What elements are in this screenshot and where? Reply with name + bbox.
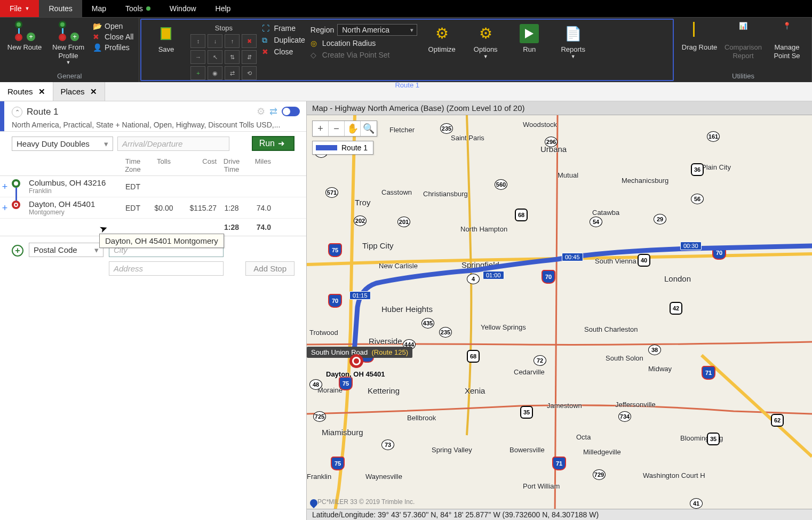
close-button[interactable]: ✖Close	[262, 47, 305, 56]
lookup-mode-select[interactable]: Postal Code	[29, 243, 104, 257]
zoom-out-button[interactable]: −	[329, 121, 345, 136]
options-button[interactable]: Options▼	[466, 22, 505, 59]
route-title: Route 1	[27, 107, 59, 117]
arrival-departure-input[interactable]: Arrival/Departure	[117, 137, 229, 151]
map-city-label: Yellow Springs	[481, 323, 526, 331]
region-label: Region	[311, 26, 334, 34]
stop-tool-5[interactable]: →	[190, 50, 205, 64]
panel-run-button[interactable]: Run	[252, 136, 294, 151]
map-attribution: PC*MILER 33 © 2019 Trimble Inc.	[317, 498, 415, 506]
close-icon[interactable]: ✕	[90, 87, 97, 97]
open-button[interactable]: 📂Open	[93, 22, 133, 30]
map-panel: Map - Highway North America (Base) (Zoom…	[307, 101, 812, 520]
map-city-label: South Solon	[606, 354, 643, 362]
menu-tools[interactable]: Tools	[116, 0, 160, 17]
shield-state: 201	[397, 217, 410, 227]
location-radius-button[interactable]: ◎Location Radius	[311, 39, 417, 47]
new-from-profile-button[interactable]: + New From Profile▼	[49, 20, 87, 66]
stop-row[interactable]: + Dayton, OH 45401Montgomery EDT $0.00 $…	[0, 197, 306, 219]
optimize-button[interactable]: Optimize	[423, 22, 461, 54]
map-city-label: Franklin	[307, 473, 331, 481]
insert-stop-button[interactable]: +	[0, 203, 10, 214]
shield-us62: 62	[771, 414, 784, 427]
stop-tool-3[interactable]: ↑	[225, 34, 240, 48]
map-city-label: Plain City	[702, 163, 731, 171]
tab-places[interactable]: Places✕	[53, 82, 105, 101]
shield-state: 54	[590, 217, 602, 227]
zoom-in-button[interactable]: +	[313, 121, 329, 136]
map-city-label: Washington Court H	[643, 471, 705, 479]
insert-stop-button[interactable]: +	[0, 181, 10, 193]
gear-icon	[432, 24, 451, 43]
stop-tool-9[interactable]: +	[190, 66, 205, 80]
stop-tool-4[interactable]: ✖	[242, 34, 257, 48]
stop-tool-12[interactable]: ⟲	[242, 66, 257, 80]
address-input[interactable]: Address	[109, 261, 224, 276]
close-all-button[interactable]: ✖Close All	[93, 33, 133, 41]
shield-us35: 35	[707, 433, 720, 445]
add-stop-button[interactable]: Add Stop	[245, 261, 294, 276]
menu-window[interactable]: Window	[160, 0, 206, 17]
shield-state: 41	[690, 498, 703, 509]
collapse-button[interactable]: ⌃	[12, 107, 22, 117]
close-all-icon: ✖	[93, 33, 101, 41]
menu-routes[interactable]: Routes	[39, 0, 82, 17]
tab-routes[interactable]: Routes✕	[0, 82, 53, 101]
vehicle-select[interactable]: Heavy Duty Doubles	[12, 137, 113, 151]
run-button[interactable]: Run	[510, 22, 548, 54]
radius-icon: ◎	[311, 39, 319, 47]
frame-icon: ⛶	[262, 24, 270, 33]
save-button[interactable]: Save	[147, 22, 185, 54]
map-city-label: Casstown	[381, 188, 412, 196]
shield-state: 202	[354, 215, 367, 226]
add-stop-plus-button[interactable]: +	[12, 245, 23, 257]
stop-tool-1[interactable]: ↕	[190, 34, 205, 48]
stop-row[interactable]: + Columbus, OH 43216Franklin EDT	[0, 176, 306, 197]
reports-button[interactable]: Reports▼	[554, 22, 592, 59]
map-city-label: Woodstock	[523, 121, 557, 129]
pan-button[interactable]: ✋	[345, 121, 361, 136]
manage-point-sets-button[interactable]: 📍Manage Point Se	[768, 20, 806, 60]
stop-tool-11[interactable]: ⇄	[225, 66, 240, 80]
new-route-button[interactable]: + New Route	[5, 20, 44, 52]
map-city-label: Midway	[648, 365, 672, 373]
menu-help[interactable]: Help	[206, 0, 241, 17]
ribbon-group-route1: Save Stops ↕↓↑✖ →↖⇅⇵ +◉⇄⟲ ⛶Frame ⧉Duplic…	[140, 19, 674, 81]
map-legend[interactable]: Route 1	[312, 141, 373, 155]
duplicate-button[interactable]: ⧉Duplicate	[262, 36, 305, 44]
run-icon	[520, 24, 539, 43]
stop-tool-6[interactable]: ↖	[208, 50, 222, 64]
profiles-button[interactable]: 👤Profiles	[93, 43, 133, 52]
time-badge: 01:00	[483, 271, 504, 279]
map-canvas[interactable]: + − ✋ 🔍 Route 1 00:30 00:45 01:00 01:15 …	[307, 115, 812, 509]
menu-file[interactable]: File▼	[0, 0, 39, 17]
shield-us40: 40	[638, 254, 650, 267]
profiles-icon: 👤	[93, 43, 101, 52]
map-city-label: Port William	[523, 482, 560, 490]
region-select[interactable]: North America	[337, 24, 417, 36]
shield-state: 235	[439, 327, 452, 338]
swap-icon[interactable]: ⇄	[269, 106, 277, 117]
shield-i70: 70	[328, 294, 342, 308]
zoom-extents-button[interactable]: 🔍	[361, 121, 377, 136]
create-via-point-button: ◇Create Via Point Set	[311, 51, 417, 59]
shield-state: 48	[309, 379, 322, 390]
close-icon[interactable]: ✕	[38, 87, 45, 97]
route-visibility-toggle[interactable]	[282, 107, 300, 116]
drag-route-button[interactable]: Drag Route	[680, 20, 719, 52]
shield-state: 435	[421, 318, 434, 329]
settings-icon[interactable]: ⚙	[257, 106, 265, 117]
stop-tool-8[interactable]: ⇵	[242, 50, 257, 64]
menu-map[interactable]: Map	[82, 0, 116, 17]
shield-i75: 75	[339, 377, 353, 390]
map-city-label: Spring Valley	[432, 446, 472, 454]
map-city-label: Fletcher	[389, 126, 415, 134]
map-city-label: Bellbrook	[407, 414, 436, 422]
stop-tool-10[interactable]: ◉	[208, 66, 222, 80]
stops-toolbox: ↕↓↑✖ →↖⇅⇵ +◉⇄⟲	[190, 34, 257, 80]
shield-us68: 68	[467, 350, 480, 363]
stop-tool-7[interactable]: ⇅	[225, 50, 240, 64]
frame-button[interactable]: ⛶Frame	[262, 24, 305, 33]
stop-tool-2[interactable]: ↓	[208, 34, 222, 48]
shield-state: 560	[495, 179, 507, 190]
